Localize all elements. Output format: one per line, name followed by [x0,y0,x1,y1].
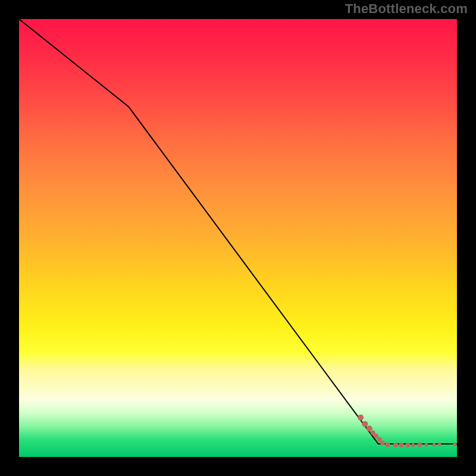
data-point [453,443,456,446]
data-point [386,442,390,447]
data-point [425,443,428,446]
data-point [438,443,441,446]
data-point [417,442,422,447]
data-point [399,443,404,447]
data-point [367,425,372,431]
data-point [393,443,398,447]
data-point [411,443,415,447]
bottleneck-curve [19,19,457,444]
data-point [433,443,436,446]
data-point [380,440,385,445]
data-point [362,421,368,427]
watermark-text: TheBottleneck.com [345,1,468,17]
chart-frame: TheBottleneck.com [0,0,476,476]
data-point [358,415,364,421]
marker-group [358,415,456,447]
chart-overlay [19,19,457,457]
data-point [406,443,411,447]
data-point [374,434,378,439]
